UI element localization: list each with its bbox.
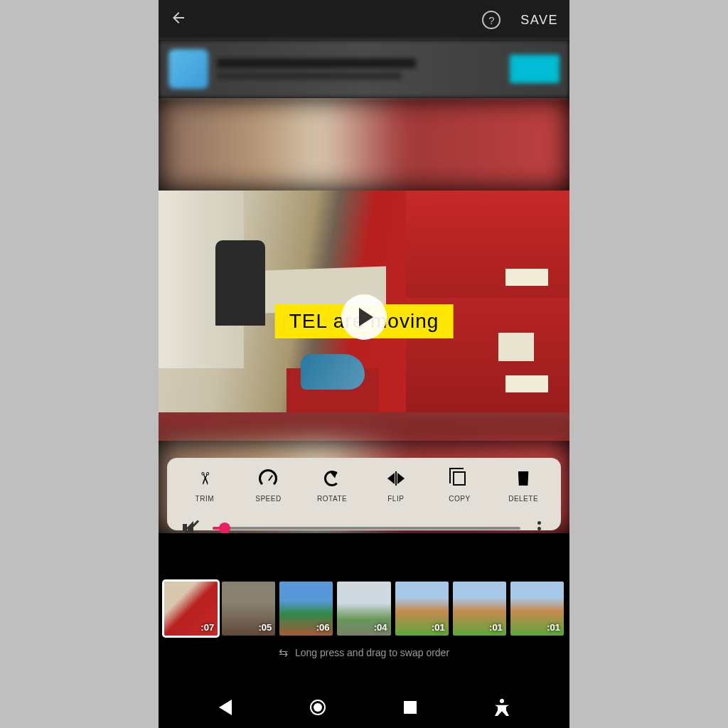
- top-bar: ? SAVE: [159, 0, 569, 40]
- speed-label: SPEED: [255, 495, 281, 503]
- clip-duration: :01: [432, 622, 445, 633]
- clip-thumbnail[interactable]: :07: [164, 582, 218, 636]
- ad-banner[interactable]: [159, 40, 569, 98]
- rotate-button[interactable]: ROTATE: [304, 468, 360, 503]
- ad-install-button[interactable]: [510, 55, 560, 83]
- back-arrow-icon[interactable]: [170, 9, 187, 31]
- clip-thumbnail[interactable]: :06: [279, 582, 333, 636]
- delete-label: DELETE: [508, 495, 538, 503]
- copy-icon: [453, 468, 466, 489]
- clip-duration: :01: [489, 622, 503, 633]
- nav-recent-icon[interactable]: [404, 701, 417, 714]
- delete-button[interactable]: DELETE: [495, 468, 552, 503]
- ad-app-icon: [168, 49, 208, 89]
- volume-row: [173, 514, 555, 533]
- help-icon[interactable]: ?: [482, 11, 500, 29]
- clip-duration: :04: [374, 622, 387, 633]
- clip-thumbnail[interactable]: :01: [453, 582, 506, 636]
- copy-button[interactable]: COPY: [431, 468, 488, 503]
- app-screen: ? SAVE TEL are moving: [159, 0, 569, 728]
- clips-row[interactable]: :07 :05 :06 :04 :01 :01 :01: [164, 582, 564, 636]
- nav-back-icon[interactable]: [219, 700, 232, 715]
- speedometer-icon: [259, 468, 277, 489]
- swap-icon: ⇆: [279, 646, 288, 659]
- edit-tool-panel: TRIM SPEED ROTATE FLIP COPY: [167, 458, 561, 530]
- android-navbar: [159, 687, 569, 728]
- more-options-icon[interactable]: [533, 521, 545, 534]
- tool-row: TRIM SPEED ROTATE FLIP COPY: [173, 468, 555, 503]
- clip-thumbnail[interactable]: :01: [510, 582, 564, 636]
- save-button[interactable]: SAVE: [520, 13, 558, 28]
- hint-text: Long press and drag to swap order: [295, 647, 449, 658]
- slider-thumb[interactable]: [219, 523, 230, 533]
- play-button[interactable]: [341, 294, 387, 340]
- flip-button[interactable]: FLIP: [368, 468, 424, 503]
- clip-thumbnail[interactable]: :01: [395, 582, 449, 636]
- nav-home-icon[interactable]: [310, 700, 326, 715]
- trim-button[interactable]: TRIM: [176, 468, 233, 503]
- rotate-label: ROTATE: [317, 495, 347, 503]
- flip-icon: [387, 468, 405, 489]
- reorder-hint: ⇆ Long press and drag to swap order: [164, 646, 564, 659]
- video-preview[interactable]: TEL are moving TRIM SPEED ROTATE FL: [159, 98, 569, 533]
- clip-thumbnail[interactable]: :04: [337, 582, 390, 636]
- volume-slider[interactable]: [213, 527, 520, 530]
- flip-label: FLIP: [387, 495, 404, 503]
- scissors-icon: [198, 468, 212, 489]
- clip-duration: :01: [547, 622, 560, 633]
- ad-text: [217, 58, 501, 80]
- clip-duration: :06: [316, 622, 330, 633]
- clip-duration: :05: [258, 622, 272, 633]
- mute-icon[interactable]: [183, 520, 200, 533]
- clip-duration: :07: [200, 622, 214, 633]
- rotate-icon: [324, 468, 340, 489]
- clip-thumbnail[interactable]: :05: [222, 582, 275, 636]
- clips-timeline: :07 :05 :06 :04 :01 :01 :01 ⇆ Long press…: [159, 582, 569, 659]
- trash-icon: [517, 468, 530, 489]
- nav-accessibility-icon[interactable]: [495, 699, 509, 716]
- speed-button[interactable]: SPEED: [240, 468, 296, 503]
- copy-label: COPY: [449, 495, 470, 503]
- trim-label: TRIM: [196, 495, 214, 503]
- preview-letterbox-top: [159, 98, 569, 191]
